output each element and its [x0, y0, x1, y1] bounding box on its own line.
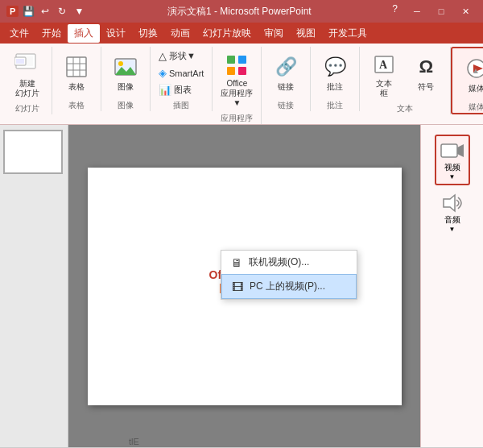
shape-button[interactable]: △ 形状▼ — [155, 48, 207, 64]
quick-access-toolbar: P 💾 ↩ ↻ ▼ — [6, 4, 86, 19]
svg-rect-3 — [16, 59, 24, 64]
maximize-button[interactable]: □ — [430, 3, 452, 19]
images-group-label: 图像 — [106, 98, 145, 111]
svg-marker-21 — [444, 195, 455, 211]
menu-bar: 文件 开始 插入 设计 切换 动画 幻灯片放映 审阅 视图 开发工具 — [0, 23, 483, 44]
media-button[interactable]: 媒体 — [457, 50, 483, 100]
ribbon: 新建幻灯片 幻灯片 表格 — [0, 44, 483, 125]
save-button[interactable]: 💾 — [21, 4, 35, 19]
table-label: 表格 — [68, 81, 85, 93]
svg-point-10 — [118, 61, 123, 66]
video-dropdown-menu: 🖥 联机视频(O)... 🎞 PC 上的视频(P)... — [221, 250, 357, 300]
textbox-button[interactable]: A 文本框 — [365, 48, 403, 102]
menu-review[interactable]: 审阅 — [258, 24, 290, 43]
svg-text:A: A — [379, 59, 388, 71]
comments-group-label: 批注 — [316, 98, 354, 111]
new-slide-button[interactable]: 新建幻灯片 — [8, 48, 47, 102]
table-button[interactable]: 表格 — [57, 48, 96, 98]
text-group-label: 文本 — [365, 102, 445, 114]
svg-rect-19 — [441, 144, 457, 157]
ribbon-collapse-button[interactable]: ▲ — [472, 66, 480, 75]
chart-icon: 📊 — [159, 84, 171, 96]
media-label: 媒体 — [469, 83, 483, 94]
ribbon-group-text: A 文本框 Ω 符号 文本 — [360, 47, 451, 114]
slide-thumbnail-1[interactable]: 1 — [3, 130, 63, 174]
office-apps-icon — [224, 52, 250, 77]
canvas-area: Officezu.com PPT教程 🖥 联机视频(O)... 🎞 PC 上的视… — [68, 125, 420, 447]
shape-label: 形状▼ — [169, 50, 196, 62]
illustrations-group-label: 插图 — [155, 98, 207, 111]
link-button[interactable]: 🔗 链接 — [266, 48, 305, 98]
right-panel: 视频 ▼ 音频 ▼ — [420, 125, 483, 447]
menu-design[interactable]: 设计 — [100, 24, 132, 43]
chart-label: 图表 — [174, 84, 192, 96]
slides-group-label: 幻灯片 — [8, 102, 47, 114]
ribbon-group-links: 🔗 链接 链接 — [262, 47, 311, 111]
smartart-icon: ◈ — [159, 67, 167, 79]
menu-transitions[interactable]: 切换 — [132, 24, 164, 43]
help-button[interactable]: ? — [392, 3, 398, 19]
menu-animations[interactable]: 动画 — [164, 24, 196, 43]
minimize-button[interactable]: ─ — [406, 3, 428, 19]
audio-dropdown-arrow: ▼ — [449, 226, 456, 233]
redo-button[interactable]: ↻ — [55, 4, 69, 19]
audio-icon — [440, 192, 464, 214]
video-dropdown-arrow: ▼ — [449, 173, 456, 180]
textbox-icon: A — [371, 52, 397, 77]
image-label: 图像 — [118, 81, 134, 93]
table-icon — [64, 54, 89, 80]
comment-button[interactable]: 💬 批注 — [316, 48, 354, 98]
links-group-label: 链接 — [266, 98, 305, 111]
menu-slideshow[interactable]: 幻灯片放映 — [196, 24, 258, 43]
link-icon: 🔗 — [273, 54, 299, 80]
video-icon — [440, 139, 465, 162]
title-bar-left: P 💾 ↩ ↻ ▼ — [6, 4, 86, 19]
comment-label: 批注 — [327, 81, 343, 93]
slides-panel: 1 — [0, 125, 68, 447]
comment-icon: 💬 — [322, 54, 348, 80]
menu-file[interactable]: 文件 — [3, 24, 35, 43]
image-icon — [113, 54, 138, 80]
online-video-label: 联机视频(O)... — [249, 255, 309, 269]
title-bar: P 💾 ↩ ↻ ▼ 演示文稿1 - Microsoft PowerPoint ?… — [0, 0, 483, 23]
ribbon-group-slides: 新建幻灯片 幻灯片 — [3, 47, 52, 114]
menu-view[interactable]: 视图 — [290, 24, 322, 43]
shape-icon: △ — [159, 50, 167, 62]
ribbon-group-apps: Office应用程序▼ 应用程序 — [213, 47, 262, 124]
menu-home[interactable]: 开始 — [35, 24, 68, 43]
online-video-icon: 🖥 — [231, 256, 242, 269]
svg-rect-13 — [227, 67, 235, 75]
office-apps-button[interactable]: Office应用程序▼ — [217, 48, 256, 111]
media-group-label: 媒体 — [457, 100, 483, 113]
menu-devtools[interactable]: 开发工具 — [322, 24, 374, 43]
undo-button[interactable]: ↩ — [38, 4, 52, 19]
office-apps-label: Office应用程序▼ — [219, 79, 254, 108]
link-label: 链接 — [278, 81, 294, 93]
bottom-label: tlE — [129, 437, 139, 446]
textbox-label: 文本框 — [376, 79, 392, 98]
apps-group-label: 应用程序 — [217, 111, 256, 124]
smartart-button[interactable]: ◈ SmartArt — [155, 65, 207, 81]
ribbon-group-images: 图像 图像 — [101, 47, 151, 111]
chart-button[interactable]: 📊 图表 — [155, 82, 207, 97]
audio-label: 音频 — [444, 214, 460, 226]
svg-marker-20 — [457, 144, 464, 157]
pc-video-icon: 🎞 — [232, 280, 243, 293]
symbol-button[interactable]: Ω 符号 — [407, 48, 445, 98]
ribbon-group-tables: 表格 表格 — [52, 47, 101, 111]
menu-insert[interactable]: 插入 — [68, 24, 100, 43]
symbol-icon: Ω — [413, 54, 439, 80]
illustrations-buttons: △ 形状▼ ◈ SmartArt 📊 图表 — [155, 48, 207, 97]
video-button[interactable]: 视频 ▼ — [435, 135, 470, 185]
svg-rect-11 — [227, 56, 235, 64]
image-button[interactable]: 图像 — [106, 48, 145, 98]
ribbon-group-comments: 💬 批注 批注 — [311, 47, 360, 111]
pc-video-item[interactable]: 🎞 PC 上的视频(P)... — [221, 274, 357, 299]
customize-qat-button[interactable]: ▼ — [72, 4, 86, 19]
audio-button[interactable]: 音频 ▼ — [437, 189, 468, 236]
close-button[interactable]: ✕ — [454, 3, 477, 19]
online-video-item[interactable]: 🖥 联机视频(O)... — [221, 251, 357, 274]
video-label: 视频 — [444, 162, 460, 173]
main-area: 1 Officezu.com PPT教程 🖥 联机视频(O)... 🎞 PC 上… — [0, 125, 483, 447]
symbol-label: 符号 — [418, 81, 434, 93]
